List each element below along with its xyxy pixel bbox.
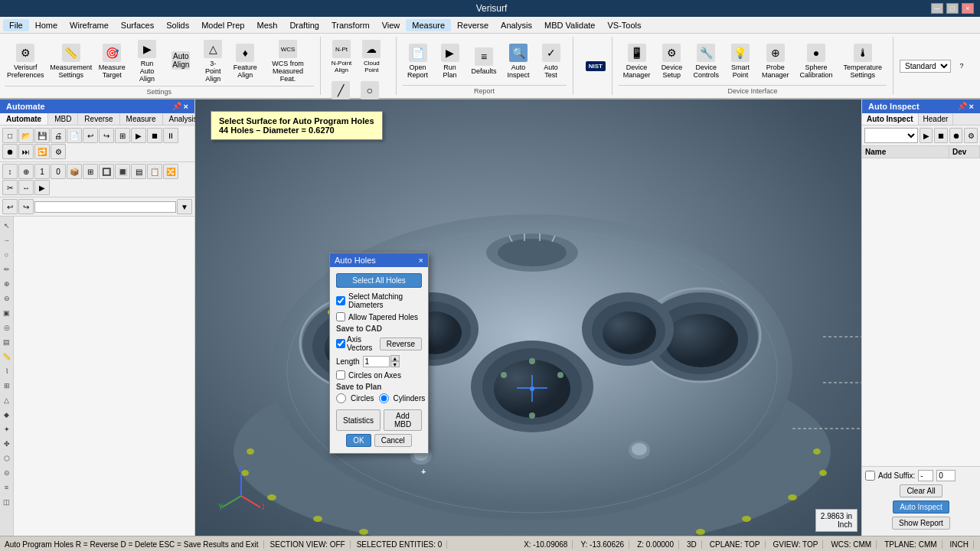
tool-row2-7[interactable]: 🔲 bbox=[99, 164, 114, 179]
ltool-12[interactable]: ⊞ bbox=[1, 380, 13, 392]
length-input[interactable] bbox=[363, 356, 390, 367]
tool-row2-8[interactable]: 🔳 bbox=[115, 164, 130, 179]
viewport[interactable]: Select Surface for Auto Program Holes 44… bbox=[195, 99, 861, 536]
tool-row2-3[interactable]: 1 bbox=[34, 164, 50, 179]
length-spin-down[interactable]: ▼ bbox=[390, 361, 400, 367]
tool-row2-1[interactable]: ↕ bbox=[2, 164, 18, 179]
btn-defaults[interactable]: ≡ Defaults bbox=[467, 44, 501, 78]
right-panel-dropdown[interactable] bbox=[864, 128, 918, 143]
tool-row2-13[interactable]: ↔ bbox=[18, 180, 34, 195]
tool-undo[interactable]: ↩ bbox=[83, 128, 98, 143]
ltool-8[interactable]: ◎ bbox=[1, 321, 13, 334]
close-btn[interactable]: × bbox=[962, 3, 974, 14]
menu-drafting[interactable]: Drafting bbox=[283, 19, 325, 31]
menu-wireframe[interactable]: Wireframe bbox=[64, 19, 115, 31]
dialog-close-icon[interactable]: × bbox=[419, 256, 423, 265]
ltool-16[interactable]: ✤ bbox=[1, 438, 13, 450]
tool-settings2[interactable]: ⚙ bbox=[51, 144, 66, 159]
btn-cloud-point[interactable]: ☁ CloudPoint bbox=[358, 37, 385, 77]
tool-row2-5[interactable]: 📦 bbox=[67, 164, 82, 179]
btn-sphere-calibration[interactable]: ● SphereCalibration bbox=[795, 41, 837, 82]
btn-auto-test[interactable]: ✓ AutoTest bbox=[536, 41, 567, 82]
minimize-btn[interactable]: ─ bbox=[931, 3, 943, 14]
auto-inspect-footer-btn[interactable]: Auto Inspect bbox=[893, 500, 949, 514]
menu-reverse[interactable]: Reverse bbox=[451, 19, 495, 31]
suffix-input[interactable] bbox=[918, 470, 933, 481]
search-input[interactable] bbox=[34, 201, 176, 213]
btn-run-auto-align[interactable]: ▶ Run AutoAlign bbox=[130, 37, 165, 86]
btn-npoint-align[interactable]: N-Pt N-PointAlign bbox=[327, 37, 357, 77]
menu-analysis[interactable]: Analysis bbox=[495, 19, 538, 31]
tool-step[interactable]: ⊞ bbox=[115, 128, 130, 143]
allow-tapered-checkbox[interactable] bbox=[336, 312, 345, 321]
tool-row3-3[interactable]: ▼ bbox=[177, 199, 192, 214]
menu-mbd-validate[interactable]: MBD Validate bbox=[538, 19, 601, 31]
ltool-14[interactable]: ◆ bbox=[1, 409, 13, 421]
right-tab-auto-inspect[interactable]: Auto Inspect bbox=[862, 113, 919, 125]
menu-mesh[interactable]: Mesh bbox=[250, 19, 283, 31]
tab-reverse[interactable]: Reverse bbox=[78, 113, 119, 125]
maximize-btn[interactable]: □ bbox=[946, 3, 959, 14]
menu-surfaces[interactable]: Surfaces bbox=[115, 19, 160, 31]
menu-measure[interactable]: Measure bbox=[406, 19, 451, 31]
btn-smart-point[interactable]: 💡 SmartPoint bbox=[725, 41, 756, 82]
tab-automate[interactable]: Automate bbox=[0, 113, 48, 125]
length-spin-up[interactable]: ▲ bbox=[390, 355, 400, 361]
tool-end[interactable]: ⏭ bbox=[18, 144, 34, 159]
tool-loop[interactable]: 🔁 bbox=[34, 144, 50, 159]
btn-device-setup[interactable]: ⚙ DeviceSetup bbox=[656, 41, 687, 82]
circles-on-axes-checkbox[interactable] bbox=[336, 370, 345, 380]
ltool-19[interactable]: ≡ bbox=[1, 481, 13, 494]
menu-view[interactable]: View bbox=[376, 19, 407, 31]
axis-vectors-checkbox[interactable] bbox=[336, 339, 345, 348]
btn-wcs-measured[interactable]: WCS WCS fromMeasured Feat. bbox=[262, 37, 313, 86]
ltool-15[interactable]: ✦ bbox=[1, 423, 13, 435]
right-record-btn[interactable]: ⏺ bbox=[949, 128, 963, 143]
btn-probe-manager[interactable]: ⊕ ProbeManager bbox=[757, 41, 794, 82]
menu-vs-tools[interactable]: VS-Tools bbox=[601, 19, 647, 31]
add-suffix-checkbox[interactable] bbox=[865, 471, 875, 481]
right-play-btn[interactable]: ▶ bbox=[920, 128, 933, 143]
btn-measurement-settings[interactable]: 📏 MeasurementSettings bbox=[48, 41, 94, 82]
cancel-btn[interactable]: Cancel bbox=[374, 434, 412, 447]
tool-new[interactable]: □ bbox=[2, 128, 18, 143]
right-tab-header[interactable]: Header bbox=[919, 113, 954, 125]
standard-dropdown[interactable]: Standard bbox=[900, 60, 951, 73]
ok-btn[interactable]: OK bbox=[346, 434, 371, 447]
help-btn[interactable]: ? bbox=[954, 59, 969, 73]
right-stop-btn[interactable]: ⏹ bbox=[934, 128, 948, 143]
btn-temperature-settings[interactable]: 🌡 TemperatureSettings bbox=[838, 41, 887, 82]
tool-open[interactable]: 📂 bbox=[18, 128, 34, 143]
tool-row2-2[interactable]: ⊕ bbox=[18, 164, 34, 179]
reverse-btn[interactable]: Reverse bbox=[380, 337, 422, 350]
menu-home[interactable]: Home bbox=[29, 19, 64, 31]
btn-open-report[interactable]: 📄 OpenReport bbox=[403, 41, 433, 82]
tool-row2-12[interactable]: ✂ bbox=[2, 180, 18, 195]
tool-print[interactable]: 🖨 bbox=[51, 128, 66, 143]
btn-feature-align[interactable]: ♦ FeatureAlign bbox=[230, 41, 260, 82]
menu-solids[interactable]: Solids bbox=[160, 19, 195, 31]
circles-radio[interactable] bbox=[336, 393, 346, 403]
select-matching-checkbox[interactable] bbox=[336, 296, 345, 305]
btn-device-controls[interactable]: 🔧 DeviceControls bbox=[688, 41, 724, 82]
ltool-1[interactable]: ↖ bbox=[1, 220, 13, 232]
right-settings-btn[interactable]: ⚙ bbox=[964, 128, 978, 143]
add-mbd-btn[interactable]: Add MBD bbox=[384, 409, 422, 431]
tool-stop[interactable]: ⏹ bbox=[147, 128, 162, 143]
tool-row2-14[interactable]: ▶ bbox=[34, 180, 50, 195]
show-report-btn[interactable]: Show Report bbox=[892, 517, 950, 530]
ltool-3[interactable]: ○ bbox=[1, 249, 13, 261]
ltool-9[interactable]: ▤ bbox=[1, 336, 13, 348]
tool-record[interactable]: ⏺ bbox=[2, 144, 18, 159]
ltool-11[interactable]: ⌇ bbox=[1, 365, 13, 377]
btn-run-plan[interactable]: ▶ RunPlan bbox=[435, 41, 466, 82]
tool-row2-9[interactable]: ▤ bbox=[131, 164, 146, 179]
tool-row2-4[interactable]: 0 bbox=[51, 164, 66, 179]
menu-model-prep[interactable]: Model Prep bbox=[195, 19, 250, 31]
tool-redo[interactable]: ↪ bbox=[99, 128, 114, 143]
automate-close-icon[interactable]: × bbox=[184, 102, 188, 111]
tab-mbd[interactable]: MBD bbox=[48, 113, 78, 125]
btn-measure-target[interactable]: 🎯 MeasureTarget bbox=[96, 41, 129, 82]
clear-all-btn[interactable]: Clear All bbox=[900, 484, 942, 497]
ltool-10[interactable]: 📏 bbox=[1, 350, 13, 363]
